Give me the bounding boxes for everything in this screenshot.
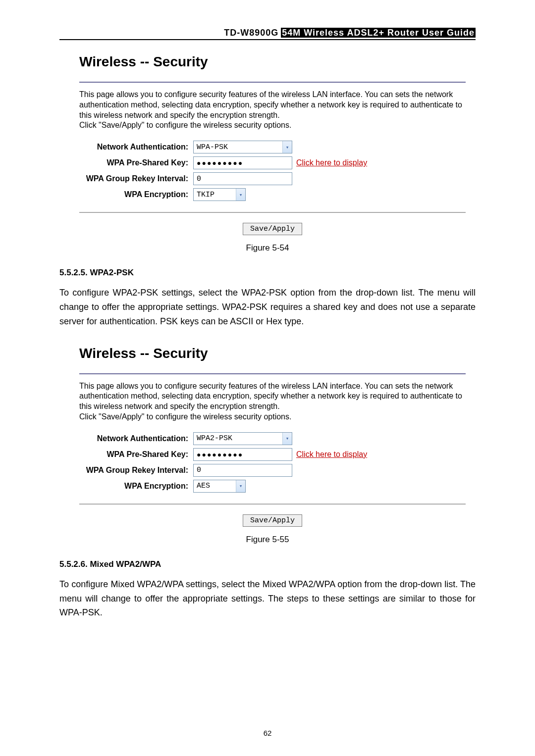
network-auth-value: WPA-PSK [197,143,228,151]
save-row-1: Save/Apply [79,213,466,240]
page-number: 62 [0,729,535,737]
rekey-value: 0 [197,175,201,183]
header-model: TD-W8900G [224,28,278,38]
divider [79,212,466,212]
page-header: TD-W8900G 54M Wireless ADSL2+ Router Use… [59,28,476,40]
label-encryption: WPA Encryption: [79,482,193,491]
section-body-mixed: To configure Mixed WPA2/WPA settings, se… [59,577,476,620]
psk-input[interactable]: ●●●●●●●●● [193,448,292,461]
network-auth-value: WPA2-PSK [197,434,232,443]
section-heading-mixed: 5.5.2.6. Mixed WPA2/WPA [59,559,476,569]
section-heading-wpa2psk: 5.5.2.5. WPA2-PSK [59,268,476,278]
psk-value: ●●●●●●●●● [197,451,243,458]
network-auth-select[interactable]: WPA2-PSK ▾ [193,432,292,445]
divider [79,504,466,504]
encryption-select[interactable]: TKIP ▾ [193,188,246,201]
label-rekey: WPA Group Rekey Interval: [79,466,193,475]
label-network-auth: Network Authentication: [79,143,193,151]
label-psk: WPA Pre-Shared Key: [79,158,193,167]
rekey-input[interactable]: 0 [193,172,292,185]
label-rekey: WPA Group Rekey Interval: [79,174,193,183]
psk-input[interactable]: ●●●●●●●●● [193,156,292,169]
wireless-security-panel-1: Wireless -- Security This page allows yo… [79,49,466,213]
chevron-down-icon: ▾ [282,141,292,153]
network-auth-select[interactable]: WPA-PSK ▾ [193,141,292,153]
label-encryption: WPA Encryption: [79,190,193,199]
save-apply-button[interactable]: Save/Apply [243,514,302,527]
label-psk: WPA Pre-Shared Key: [79,450,193,459]
panel-description: This page allows you to configure securi… [79,90,466,131]
chevron-down-icon: ▾ [236,189,245,201]
chevron-down-icon: ▾ [282,433,292,445]
save-apply-button[interactable]: Save/Apply [243,223,302,235]
chevron-down-icon: ▾ [236,480,245,492]
wireless-security-panel-2: Wireless -- Security This page allows yo… [79,341,466,504]
encryption-value: AES [197,482,210,490]
figure-caption-2: Figure 5-55 [59,535,476,545]
section-body-wpa2psk: To configure WPA2-PSK settings, select t… [59,286,476,328]
encryption-value: TKIP [197,191,214,199]
panel-description: This page allows you to configure securi… [79,381,466,422]
panel-title: Wireless -- Security [79,346,466,361]
rekey-input[interactable]: 0 [193,464,292,477]
header-title: 54M Wireless ADSL2+ Router User Guide [281,28,476,38]
label-network-auth: Network Authentication: [79,434,193,443]
save-row-2: Save/Apply [79,504,466,532]
encryption-select[interactable]: AES ▾ [193,480,246,493]
figure-caption-1: Figure 5-54 [59,243,476,253]
display-key-link[interactable]: Click here to display [296,450,367,459]
rekey-value: 0 [197,466,201,474]
display-key-link[interactable]: Click here to display [296,158,367,167]
psk-value: ●●●●●●●●● [197,159,243,167]
panel-title: Wireless -- Security [79,54,466,70]
